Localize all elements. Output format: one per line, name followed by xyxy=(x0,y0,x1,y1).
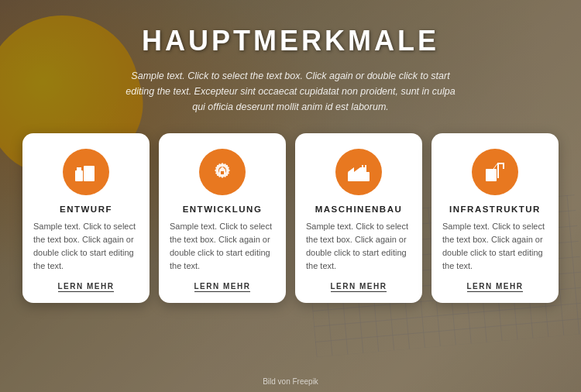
svg-rect-11 xyxy=(87,177,89,181)
header-subtitle: Sample text. Click to select the text bo… xyxy=(120,68,461,115)
crane-building-icon xyxy=(472,149,518,195)
card-entwurf-text: Sample text. Click to select the text bo… xyxy=(33,220,139,273)
cards-container: ENTWURF Sample text. Click to select the… xyxy=(15,133,566,303)
svg-rect-20 xyxy=(365,165,366,167)
card-entwurf-title: ENTWURF xyxy=(60,205,112,214)
svg-rect-31 xyxy=(497,163,499,178)
svg-rect-18 xyxy=(360,167,366,172)
card-entwicklung-title: ENTWICKLUNG xyxy=(183,205,263,214)
svg-rect-19 xyxy=(362,165,363,167)
card-entwicklung-text: Sample text. Click to select the text bo… xyxy=(170,220,275,273)
svg-rect-33 xyxy=(503,164,504,169)
card-entwicklung: ENTWICKLUNG Sample text. Click to select… xyxy=(159,133,286,303)
svg-rect-30 xyxy=(490,178,493,181)
main-content: HAUPTMERKMALE Sample text. Click to sele… xyxy=(0,0,581,311)
card-entwurf: ENTWURF Sample text. Click to select the… xyxy=(22,133,150,303)
card-entwurf-link[interactable]: LERN MEHR xyxy=(58,282,115,292)
svg-rect-7 xyxy=(85,167,88,170)
card-maschinenbau-text: Sample text. Click to select the text bo… xyxy=(306,220,411,273)
card-infrastruktur-link[interactable]: LERN MEHR xyxy=(467,282,524,292)
svg-marker-16 xyxy=(348,167,354,172)
card-maschinenbau: MASCHINENBAU Sample text. Click to selec… xyxy=(295,133,422,303)
svg-rect-9 xyxy=(85,172,88,175)
svg-rect-22 xyxy=(353,174,356,177)
svg-rect-14 xyxy=(221,171,224,174)
svg-rect-5 xyxy=(78,176,80,178)
card-infrastruktur: INFRASTRUKTUR Sample text. Click to sele… xyxy=(431,133,559,303)
card-entwicklung-link[interactable]: LERN MEHR xyxy=(194,282,251,292)
svg-rect-21 xyxy=(349,174,352,177)
svg-rect-26 xyxy=(487,170,490,173)
card-maschinenbau-title: MASCHINENBAU xyxy=(315,205,403,214)
maschinenbau-svg xyxy=(346,160,371,184)
factory-icon xyxy=(335,149,382,195)
building-icon xyxy=(63,149,109,195)
svg-marker-17 xyxy=(354,167,360,172)
svg-rect-24 xyxy=(362,174,365,181)
svg-rect-2 xyxy=(76,172,77,174)
svg-rect-8 xyxy=(89,167,91,170)
card-maschinenbau-link[interactable]: LERN MEHR xyxy=(331,282,387,292)
svg-rect-4 xyxy=(76,176,77,178)
svg-rect-29 xyxy=(491,174,493,177)
svg-rect-27 xyxy=(491,170,493,173)
card-infrastruktur-title: INFRASTRUKTUR xyxy=(449,205,541,214)
gear-building-icon xyxy=(199,149,246,195)
svg-rect-28 xyxy=(487,174,490,177)
svg-rect-3 xyxy=(78,172,80,174)
infrastruktur-svg xyxy=(483,160,507,184)
page-title: HAUPTMERKMALE xyxy=(142,25,439,57)
svg-rect-23 xyxy=(357,174,359,177)
card-infrastruktur-text: Sample text. Click to select the text bo… xyxy=(442,220,548,273)
entwicklung-svg xyxy=(210,160,235,184)
photo-credit: Bild von Freepik xyxy=(263,377,318,386)
svg-rect-10 xyxy=(89,172,91,175)
entwurf-svg xyxy=(74,160,98,184)
svg-rect-1 xyxy=(77,167,81,170)
